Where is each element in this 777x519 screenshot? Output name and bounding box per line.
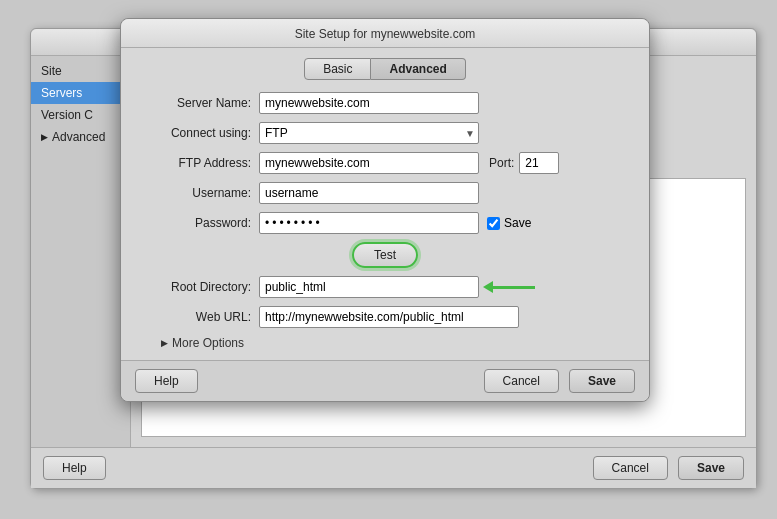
connect-using-row: Connect using: FTP SFTP FTP/TLS ▼	[141, 122, 629, 144]
tabs-row: Basic Advanced	[121, 48, 649, 86]
more-options-row[interactable]: ▶ More Options	[141, 336, 629, 350]
arrow-line	[493, 286, 535, 289]
root-dir-label: Root Directory:	[141, 280, 251, 294]
password-label: Password:	[141, 216, 251, 230]
tab-advanced[interactable]: Advanced	[371, 58, 465, 80]
root-dir-input[interactable]	[259, 276, 479, 298]
test-row: Test	[141, 242, 629, 268]
arrow-indicator	[483, 281, 535, 293]
arrow-icon: ▶	[41, 132, 48, 142]
bg-save-button[interactable]: Save	[678, 456, 744, 480]
username-label: Username:	[141, 186, 251, 200]
save-checkbox[interactable]	[487, 217, 500, 230]
bg-help-button[interactable]: Help	[43, 456, 106, 480]
username-row: Username:	[141, 182, 629, 204]
server-name-label: Server Name:	[141, 96, 251, 110]
web-url-row: Web URL:	[141, 306, 629, 328]
sidebar-item-advanced[interactable]: ▶ Advanced	[31, 126, 130, 148]
main-titlebar: Site Setup for mynewwebsite.com	[121, 19, 649, 48]
port-input[interactable]	[519, 152, 559, 174]
cancel-button[interactable]: Cancel	[484, 369, 559, 393]
web-url-input[interactable]	[259, 306, 519, 328]
sidebar-item-site[interactable]: Site	[31, 60, 130, 82]
bg-sidebar: Site Servers Version C ▶ Advanced	[31, 56, 131, 447]
arrow-head-icon	[483, 281, 493, 293]
footer-center-btns: Cancel Save	[484, 369, 635, 393]
save-check-wrap: Save	[487, 216, 531, 230]
bg-cancel-button[interactable]: Cancel	[593, 456, 668, 480]
ftp-address-label: FTP Address:	[141, 156, 251, 170]
bg-dialog-footer: Help Cancel Save	[31, 447, 756, 488]
web-url-label: Web URL:	[141, 310, 251, 324]
tab-basic[interactable]: Basic	[304, 58, 371, 80]
ftp-address-row: FTP Address: Port:	[141, 152, 629, 174]
test-button[interactable]: Test	[352, 242, 418, 268]
port-label: Port:	[489, 156, 514, 170]
connect-using-select[interactable]: FTP SFTP FTP/TLS	[259, 122, 479, 144]
help-button[interactable]: Help	[135, 369, 198, 393]
server-name-input[interactable]	[259, 92, 479, 114]
sidebar-item-servers[interactable]: Servers	[31, 82, 130, 104]
server-name-row: Server Name:	[141, 92, 629, 114]
main-dialog-footer: Help Cancel Save	[121, 360, 649, 401]
password-input[interactable]	[259, 212, 479, 234]
form-area: Server Name: Connect using: FTP SFTP FTP…	[121, 86, 649, 360]
save-button[interactable]: Save	[569, 369, 635, 393]
connect-using-select-wrap: FTP SFTP FTP/TLS ▼	[259, 122, 479, 144]
connect-using-label: Connect using:	[141, 126, 251, 140]
password-row: Password: Save	[141, 212, 629, 234]
save-check-label: Save	[504, 216, 531, 230]
bg-footer-center: Cancel Save	[593, 456, 744, 480]
username-input[interactable]	[259, 182, 479, 204]
ftp-address-input[interactable]	[259, 152, 479, 174]
more-options-arrow-icon: ▶	[161, 338, 168, 348]
more-options-label: More Options	[172, 336, 244, 350]
sidebar-item-version[interactable]: Version C	[31, 104, 130, 126]
outer-window: Site Setup for mynewwebsite.com Site Ser…	[0, 0, 777, 519]
root-dir-row: Root Directory:	[141, 276, 629, 298]
main-dialog: Site Setup for mynewwebsite.com Basic Ad…	[120, 18, 650, 402]
